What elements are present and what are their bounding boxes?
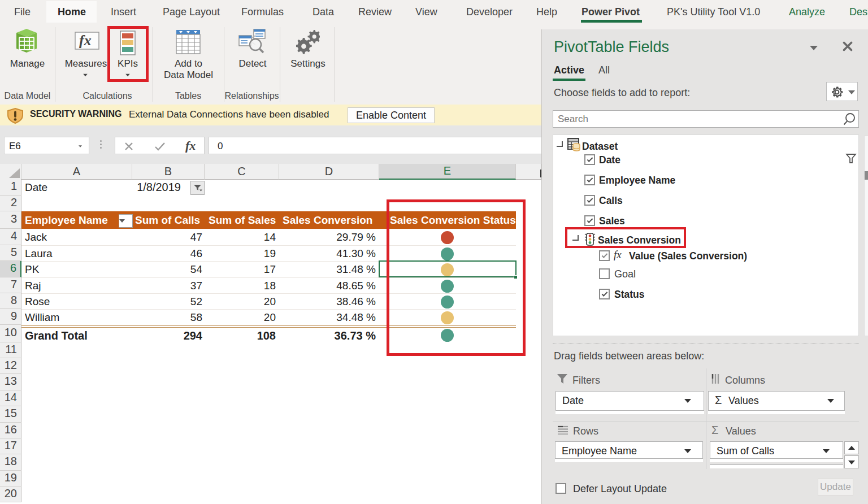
svg-text:fx: fx bbox=[79, 32, 92, 49]
